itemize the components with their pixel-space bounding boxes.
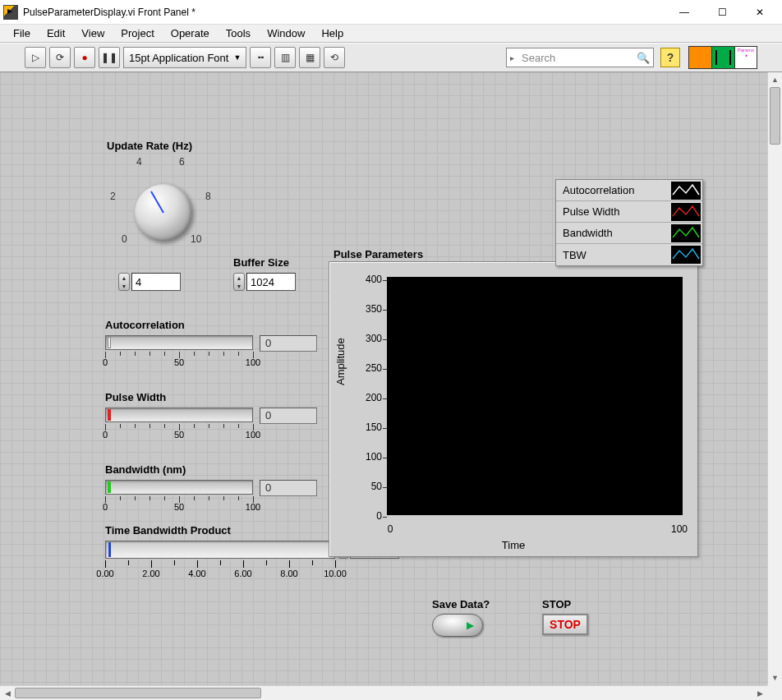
legend-swatch-icon	[671, 246, 701, 264]
vi-icon-1[interactable]	[688, 46, 711, 69]
menu-project[interactable]: Project	[113, 25, 162, 41]
pulse-width-value: 0	[260, 408, 317, 424]
stop-label: STOP	[542, 598, 588, 610]
distribute-button[interactable]: ▥	[274, 47, 296, 68]
window-titlebar: PulseParameterDisplay.vi Front Panel * —…	[0, 0, 782, 25]
plot-legend[interactable]: Autocorrelation Pulse Width Bandwidth TB…	[555, 179, 703, 266]
scroll-thumb[interactable]	[15, 688, 261, 698]
update-rate-value[interactable]: ▲▼	[118, 273, 181, 291]
search-input[interactable]: ▸ Search 🔍	[506, 48, 654, 67]
align-button[interactable]: ╍	[250, 47, 271, 68]
search-placeholder: Search	[522, 52, 555, 64]
spinner-icon[interactable]: ▲▼	[118, 273, 130, 291]
bandwidth-label: Bandwidth (nm)	[105, 463, 186, 476]
y-axis-label: Amplitude	[334, 338, 347, 385]
dropdown-arrow-icon: ▼	[233, 53, 241, 62]
scroll-thumb[interactable]	[770, 87, 780, 145]
abort-button[interactable]: ●	[74, 47, 95, 68]
menu-tools[interactable]: Tools	[218, 25, 259, 41]
scroll-up-icon[interactable]: ▲	[768, 72, 782, 87]
search-icon: 🔍	[637, 52, 650, 64]
buffer-size-input[interactable]	[246, 273, 296, 291]
resize-button[interactable]: ▦	[299, 47, 320, 68]
font-label: 15pt Application Font	[129, 52, 228, 64]
legend-item-pulse-width[interactable]: Pulse Width	[556, 201, 702, 223]
autocorrelation-label: Autocorrelation	[105, 319, 185, 331]
bandwidth-value: 0	[260, 480, 317, 496]
labview-icon	[3, 5, 18, 20]
horizontal-scrollbar[interactable]: ◀ ▶	[0, 685, 767, 700]
legend-swatch-icon	[671, 203, 701, 221]
legend-swatch-icon	[671, 224, 701, 242]
menu-view[interactable]: View	[73, 25, 113, 41]
pulse-parameters-graph[interactable]: Amplitude Time 0 50 100 150 200 250 300 …	[329, 261, 698, 557]
autocorrelation-value: 0	[260, 335, 317, 352]
menu-help[interactable]: Help	[313, 25, 352, 41]
font-selector[interactable]: 15pt Application Font ▼	[123, 47, 246, 68]
menu-edit[interactable]: Edit	[39, 25, 73, 41]
window-title: PulseParameterDisplay.vi Front Panel *	[23, 7, 665, 18]
help-button[interactable]: ?	[660, 48, 680, 67]
vi-icon-group: Params✦	[688, 46, 757, 69]
bandwidth-slider[interactable]: 0 50 100 0	[105, 480, 253, 511]
menu-file[interactable]: File	[5, 25, 39, 41]
legend-item-bandwidth[interactable]: Bandwidth	[556, 223, 702, 244]
vertical-scrollbar[interactable]: ▲ ▼	[767, 72, 782, 685]
close-button[interactable]: ✕	[741, 0, 779, 25]
legend-swatch-icon	[671, 182, 701, 200]
pulse-width-label: Pulse Width	[105, 391, 166, 403]
autocorrelation-slider[interactable]: 0 50 100 0	[105, 335, 253, 366]
minimize-button[interactable]: —	[665, 0, 703, 25]
stop-button[interactable]: STOP	[542, 614, 588, 635]
save-data-button[interactable]	[432, 614, 483, 637]
buffer-size-label: Buffer Size	[233, 256, 289, 269]
spinner-icon[interactable]: ▲▼	[233, 273, 245, 291]
menu-operate[interactable]: Operate	[163, 25, 218, 41]
run-button[interactable]: ▷	[25, 47, 46, 68]
legend-item-autocorrelation[interactable]: Autocorrelation	[556, 180, 702, 201]
tbw-label: Time Bandwidth Product	[105, 524, 231, 537]
menu-bar: File Edit View Project Operate Tools Win…	[0, 25, 782, 43]
save-data-control: Save Data?	[432, 598, 490, 637]
scroll-corner	[767, 685, 782, 700]
update-rate-input[interactable]	[131, 273, 181, 291]
legend-item-tbw[interactable]: TBW	[556, 244, 702, 265]
graph-title: Pulse Parameters	[334, 248, 423, 260]
plot-area	[387, 277, 683, 515]
vi-icon-2[interactable]	[711, 46, 734, 69]
x-axis-label: Time	[502, 539, 525, 551]
tbw-slider[interactable]: 0.00 2.00 4.00 6.00 8.00 10.00	[105, 541, 335, 578]
update-rate-knob[interactable]: 0 2 4 6 8 10	[102, 136, 225, 268]
toolbar: ▷ ⟳ ● ❚❚ 15pt Application Font ▼ ╍ ▥ ▦ ⟲…	[0, 43, 782, 72]
reorder-button[interactable]: ⟲	[324, 47, 345, 68]
buffer-size-value[interactable]: ▲▼	[233, 273, 296, 291]
front-panel[interactable]: Update Rate (Hz) 0 2 4 6 8 10 ▲▼ Buffer …	[0, 72, 767, 685]
menu-window[interactable]: Window	[259, 25, 313, 41]
scroll-left-icon[interactable]: ◀	[0, 686, 15, 700]
pulse-width-slider[interactable]: 0 50 100 0	[105, 408, 253, 439]
stop-control: STOP STOP	[542, 598, 588, 635]
scroll-right-icon[interactable]: ▶	[752, 686, 767, 700]
run-continuous-button[interactable]: ⟳	[49, 47, 71, 68]
search-caret-icon: ▸	[510, 53, 514, 62]
vi-icon-3[interactable]: Params✦	[734, 46, 757, 69]
save-data-label: Save Data?	[432, 598, 490, 610]
scroll-down-icon[interactable]: ▼	[768, 670, 782, 685]
pause-button[interactable]: ❚❚	[99, 47, 120, 68]
maximize-button[interactable]: ☐	[703, 0, 741, 25]
